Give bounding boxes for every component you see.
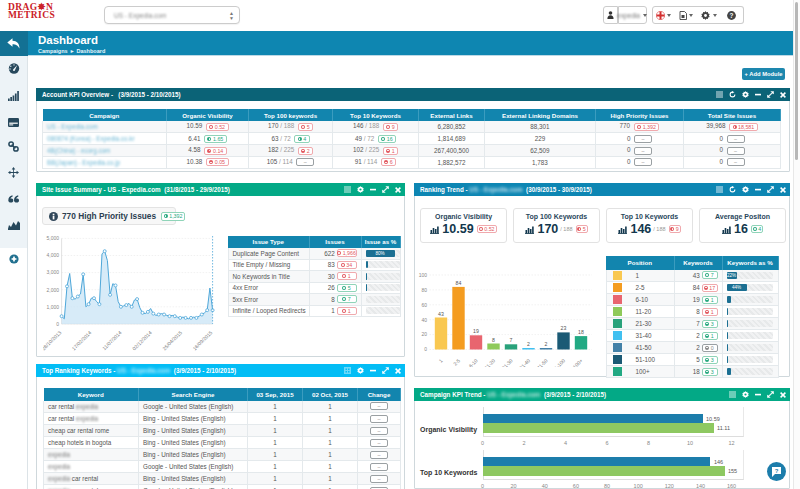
svg-text:2: 2 xyxy=(527,341,530,347)
svg-text:28/10/2013: 28/10/2013 xyxy=(43,329,62,351)
svg-text:23: 23 xyxy=(561,325,567,331)
svg-text:1,000: 1,000 xyxy=(46,304,59,310)
svg-text:8: 8 xyxy=(492,337,495,343)
svg-text:18: 18 xyxy=(578,329,584,335)
svg-text:43: 43 xyxy=(438,311,444,317)
svg-text:84: 84 xyxy=(456,280,462,286)
svg-text:51-100: 51-100 xyxy=(551,357,566,367)
svg-text:20: 20 xyxy=(421,331,427,337)
svg-text:100+: 100+ xyxy=(571,357,583,367)
svg-text:?: ? xyxy=(775,468,779,474)
svg-text:6-10: 6-10 xyxy=(467,357,478,367)
svg-text:0: 0 xyxy=(56,321,59,327)
svg-text:0: 0 xyxy=(424,346,427,352)
svg-text:5,000: 5,000 xyxy=(46,235,59,241)
svg-text:100: 100 xyxy=(419,272,428,278)
svg-text:21-30: 21-30 xyxy=(500,357,513,367)
svg-text:41-50: 41-50 xyxy=(535,357,548,367)
svg-text:40: 40 xyxy=(421,317,427,323)
svg-text:80: 80 xyxy=(421,287,427,293)
svg-text:25/04/2015: 25/04/2015 xyxy=(161,329,183,351)
svg-text:2,000: 2,000 xyxy=(46,287,59,293)
svg-text:31-40: 31-40 xyxy=(518,357,531,367)
svg-text:?: ? xyxy=(730,11,734,18)
svg-text:1: 1 xyxy=(437,357,443,363)
svg-text:7: 7 xyxy=(510,337,513,343)
svg-text:60: 60 xyxy=(421,302,427,308)
svg-text:11/07/2014: 11/07/2014 xyxy=(101,329,123,351)
svg-text:16/09/2015: 16/09/2015 xyxy=(191,329,213,351)
svg-text:2-5: 2-5 xyxy=(452,357,462,367)
svg-text:4,000: 4,000 xyxy=(46,252,59,258)
svg-text:11-20: 11-20 xyxy=(483,357,496,367)
svg-text:02/12/2014: 02/12/2014 xyxy=(131,329,153,351)
svg-text:19: 19 xyxy=(473,328,479,334)
svg-text:17/02/2014: 17/02/2014 xyxy=(71,329,93,351)
svg-text:3,000: 3,000 xyxy=(46,269,59,275)
svg-text:2: 2 xyxy=(545,341,548,347)
